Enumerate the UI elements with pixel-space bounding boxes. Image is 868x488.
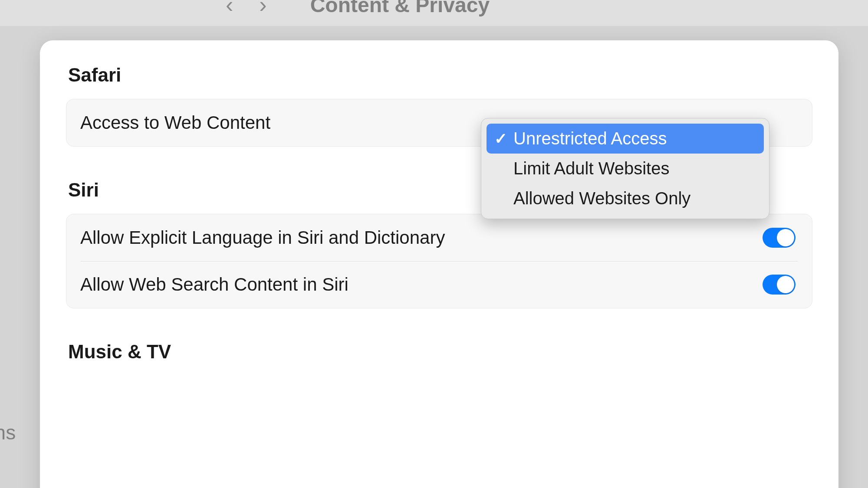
back-chevron-icon: ‹ [226, 0, 233, 18]
dropdown-option-limit-adult[interactable]: ✓ Limit Adult Websites [487, 154, 764, 183]
web-content-label: Access to Web Content [80, 112, 270, 133]
web-search-siri-label: Allow Web Search Content in Siri [80, 274, 349, 295]
web-search-siri-row: Allow Web Search Content in Siri [66, 261, 812, 308]
explicit-language-label: Allow Explicit Language in Siri and Dict… [80, 227, 445, 248]
explicit-language-toggle[interactable] [763, 228, 796, 248]
background-nav-controls: ‹ › Content & Privacy [226, 0, 490, 18]
dropdown-option-allowed-only[interactable]: ✓ Allowed Websites Only [487, 183, 764, 213]
dropdown-option-unrestricted[interactable]: ✓ Unrestricted Access [487, 124, 764, 154]
forward-chevron-icon: › [259, 0, 266, 18]
background-header: ‹ › Content & Privacy [0, 0, 868, 26]
explicit-language-row: Allow Explicit Language in Siri and Dict… [66, 214, 812, 261]
checkmark-icon: ✓ [494, 130, 512, 148]
section-header-safari: Safari [68, 64, 812, 86]
section-header-music: Music & TV [68, 341, 812, 363]
siri-settings-group: Allow Explicit Language in Siri and Dict… [66, 214, 812, 308]
web-content-dropdown-menu: ✓ Unrestricted Access ✓ Limit Adult Webs… [481, 118, 769, 219]
background-page-title: Content & Privacy [310, 0, 490, 17]
background-sidebar-text-bottom: ons [0, 421, 16, 444]
web-search-siri-toggle[interactable] [763, 275, 796, 295]
settings-modal: Safari Access to Web Content Siri Allow … [40, 40, 838, 488]
